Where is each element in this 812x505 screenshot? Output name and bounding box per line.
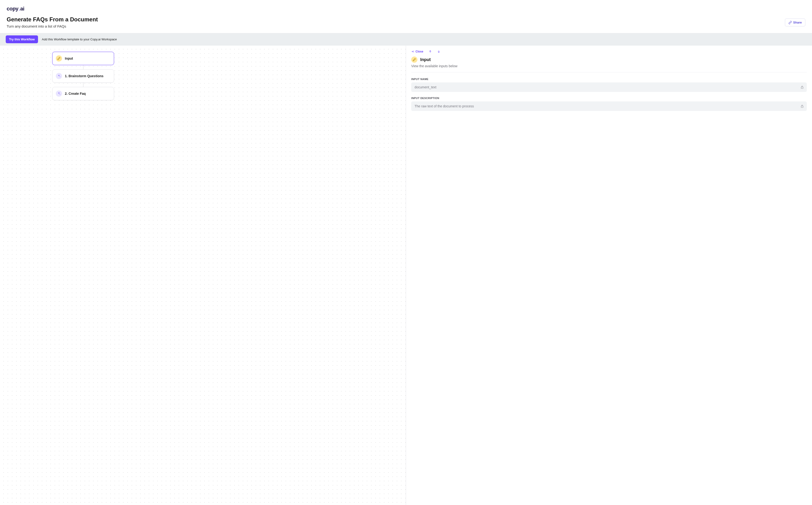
- field-wrap-input-name: [411, 82, 807, 92]
- field-wrap-input-description: [411, 102, 807, 111]
- logo-text-1: copy: [7, 6, 18, 12]
- panel-description: View the available inputs below: [411, 64, 807, 68]
- panel-title: Input: [420, 57, 431, 62]
- lock-icon: [800, 86, 804, 89]
- workflow-node-brainstorm[interactable]: 1. Brainstorm Questions: [52, 69, 114, 82]
- sparkle-icon: [56, 91, 62, 97]
- main-split: Input 1. Brainstorm Questions 2. Create …: [0, 46, 812, 505]
- sparkle-icon: [56, 73, 62, 79]
- input-name-field[interactable]: [411, 82, 807, 92]
- header-row: Generate FAQs From a Document Turn any d…: [7, 16, 805, 28]
- svg-rect-0: [801, 87, 803, 89]
- banner-text: Add this Workflow template to your Copy.…: [42, 37, 117, 41]
- cta-banner: Try this Workflow Add this Workflow temp…: [0, 33, 812, 46]
- share-button[interactable]: Share: [785, 18, 805, 26]
- page-header: copy.ai Generate FAQs From a Document Tu…: [0, 0, 812, 33]
- panel-toolbar: Close: [411, 50, 807, 53]
- page-title: Generate FAQs From a Document: [7, 16, 98, 23]
- node-connector: [83, 65, 84, 69]
- close-label: Close: [416, 50, 423, 53]
- panel-title-row: Input: [411, 56, 807, 63]
- node-label: Input: [65, 56, 73, 60]
- page-subtitle: Turn any document into a list of FAQs: [7, 24, 98, 28]
- workflow-node-input[interactable]: Input: [52, 52, 114, 65]
- workflow-canvas[interactable]: Input 1. Brainstorm Questions 2. Create …: [0, 46, 406, 505]
- node-connector: [83, 82, 84, 87]
- detail-panel: Close Input View the available inputs be…: [406, 46, 812, 505]
- input-description-field[interactable]: [411, 102, 807, 111]
- node-label: 1. Brainstorm Questions: [65, 74, 104, 78]
- logo: copy.ai: [7, 6, 805, 12]
- workflow-nodes: Input 1. Brainstorm Questions 2. Create …: [52, 52, 114, 100]
- node-label: 2. Create Faq: [65, 92, 86, 96]
- lock-icon: [800, 105, 804, 108]
- logo-text-2: ai: [20, 6, 24, 12]
- logo-dot: .: [18, 6, 20, 12]
- nav-up-button[interactable]: [429, 50, 432, 53]
- field-label-input-name: INPUT NAME: [411, 78, 807, 80]
- nav-down-button[interactable]: [437, 50, 441, 53]
- link-icon: [789, 21, 792, 24]
- svg-rect-1: [801, 106, 803, 107]
- divider: [411, 72, 807, 72]
- header-left: Generate FAQs From a Document Turn any d…: [7, 16, 98, 28]
- pencil-icon: [411, 56, 418, 63]
- collapse-icon: [411, 50, 414, 53]
- workflow-node-createfaq[interactable]: 2. Create Faq: [52, 87, 114, 100]
- try-workflow-button[interactable]: Try this Workflow: [6, 35, 38, 43]
- close-button[interactable]: Close: [411, 50, 423, 53]
- pencil-icon: [56, 55, 62, 61]
- field-label-input-description: INPUT DESCRIPTION: [411, 97, 807, 100]
- share-label: Share: [793, 21, 802, 24]
